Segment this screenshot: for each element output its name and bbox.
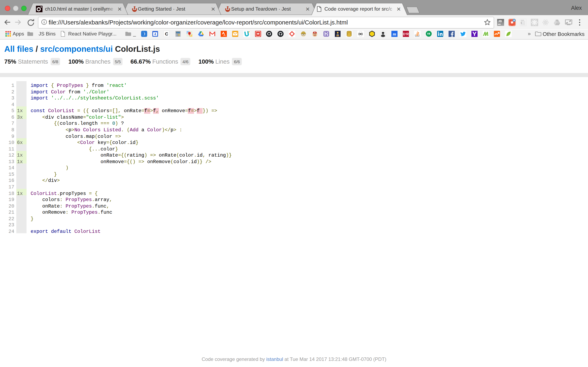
svg-text:4: 4 (154, 32, 156, 36)
svg-text:m: m (393, 31, 396, 36)
svg-text:T: T (314, 31, 315, 33)
svg-text:JB: JB (498, 19, 502, 23)
svg-text:C: C (165, 31, 168, 36)
svg-text:D'R: D'R (403, 32, 409, 36)
svg-text:5: 5 (520, 21, 522, 24)
